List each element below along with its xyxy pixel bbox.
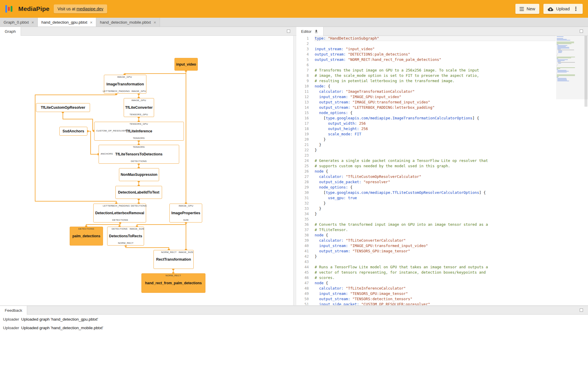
port-label: DETECTIONS: [112, 228, 128, 230]
visit-prefix: Visit us at: [58, 7, 76, 11]
code-line: # scores.: [315, 275, 556, 280]
port-label: LETTERBOX_PADDING: [103, 204, 130, 207]
scrollbar-thumb[interactable]: [584, 36, 587, 107]
port-label: CUSTOM_OP_RESOLVER: [96, 129, 126, 132]
editor-code[interactable]: type: "HandDetectionSubgraph"input_strea…: [315, 36, 556, 305]
tab-graph[interactable]: Graph: [0, 27, 21, 36]
node-title: input_video: [175, 62, 197, 66]
tab-feedback[interactable]: Feedback: [0, 306, 27, 315]
graph-node-TfLiteCustomOpResolver[interactable]: TfLiteCustomOpResolver: [36, 103, 90, 112]
line-number: 50: [296, 296, 315, 302]
code-line: # Transforms the input image on GPU to a…: [315, 68, 556, 73]
line-number: 2: [296, 41, 315, 46]
file-tab[interactable]: hand_detection_gpu.pbtxt×: [38, 18, 96, 27]
code-line: }: [315, 206, 556, 211]
tab-editor[interactable]: Editor: [296, 27, 324, 36]
minimap-line: [557, 56, 583, 56]
line-number: 22: [296, 147, 315, 153]
minimap-line: [557, 80, 567, 80]
pane-divider[interactable]: [294, 36, 296, 305]
code-editor[interactable]: 1234567891011121314151617181920212223242…: [296, 36, 588, 305]
code-line: # Runs a TensorFlow Lite model on GPU th…: [315, 264, 556, 270]
upload-menu-kebab-icon[interactable]: ⋮: [573, 6, 579, 12]
download-icon[interactable]: [314, 29, 318, 34]
code-line: node_options: {: [315, 185, 556, 190]
file-tab[interactable]: hand_detection_mobile.pbtxt×: [96, 18, 160, 27]
graph-node-NonMaxSuppression[interactable]: NonMaxSuppression: [119, 168, 159, 181]
minimap-line: [557, 57, 575, 57]
line-number: 34: [296, 211, 315, 217]
node-title: hand_rect_from_palm_detections: [144, 281, 202, 285]
port-label: IMAGE_SIZE: [130, 228, 144, 230]
port-label: IMAGE_GPU: [131, 99, 146, 102]
line-number: 31: [296, 195, 315, 201]
minimap-line: [557, 77, 558, 78]
expand-graph-pane-icon[interactable]: [287, 30, 290, 33]
editor-minimap[interactable]: [557, 36, 583, 82]
new-button[interactable]: New: [515, 4, 539, 14]
code-line: type: "HandDetectionSubgraph": [315, 36, 556, 41]
minimap-line: [557, 38, 563, 39]
editor-line-numbers: 1234567891011121314151617181920212223242…: [296, 36, 315, 305]
line-number: 35: [296, 217, 315, 222]
graph-node-input_video[interactable]: input_video: [174, 58, 198, 71]
line-number: 15: [296, 110, 315, 116]
feedback-panel: Feedback UploaderUploaded graph 'hand_de…: [0, 306, 588, 367]
graph-node-DetectionLabelIdToText[interactable]: DetectionLabelIdToText: [115, 186, 162, 199]
code-line: [315, 217, 556, 222]
file-tab-label: Graph_0.pbtxt: [4, 20, 29, 25]
line-number: 46: [296, 275, 315, 280]
graph-canvas[interactable]: input_videoImageTransformationIMAGE_GPUL…: [0, 36, 294, 305]
graph-node-SsdAnchors[interactable]: SsdAnchors: [59, 127, 87, 136]
line-number: 13: [296, 100, 315, 105]
port-label: TENSORS_GPU: [130, 123, 148, 125]
expand-editor-pane-icon[interactable]: [580, 30, 583, 33]
code-line: input_stream: "TENSORS_GPU:image_tensor": [315, 291, 556, 296]
code-line: # TfLiteTensor.: [315, 227, 556, 233]
port-label: IMAGE_GPU: [117, 76, 132, 78]
code-line: calculator: "TfLiteInferenceCalculator": [315, 286, 556, 291]
line-number: 37: [296, 227, 315, 233]
code-line: [type.googleapis.com/mediapipe.ImageTran…: [315, 116, 556, 121]
minimap-line: [557, 47, 569, 48]
port-label: TENSORS: [133, 137, 145, 139]
tab-close-icon[interactable]: ×: [153, 20, 156, 25]
feedback-row: UploaderUploaded graph 'hand_detection_g…: [0, 315, 588, 324]
line-number: 16: [296, 116, 315, 121]
minimap-line: [557, 79, 567, 79]
expand-feedback-pane-icon[interactable]: [580, 308, 583, 312]
port-label: NORM_RECT: [166, 274, 181, 277]
port-label: NORM_RECT: [118, 242, 133, 244]
minimap-line: [557, 65, 558, 65]
minimap-line: [557, 76, 559, 77]
minimap-line: [557, 70, 566, 71]
code-line: node {: [315, 233, 556, 238]
editor-scrollbar[interactable]: [584, 36, 588, 305]
upload-button[interactable]: Upload ⋮: [543, 4, 583, 14]
mediapipe-dev-link[interactable]: mediapipe.dev: [76, 7, 103, 11]
code-line: output_stream: "TENSORS_GPU:image_tensor…: [315, 249, 556, 254]
port-label: DETECTIONS: [112, 219, 128, 221]
visit-us-button[interactable]: Visit us at mediapipe.dev: [54, 4, 107, 13]
tab-close-icon[interactable]: ×: [32, 20, 34, 25]
minimap-line: [557, 44, 558, 45]
feedback-source: Uploader: [3, 317, 21, 321]
minimap-line: [558, 53, 558, 54]
line-number: 4: [296, 52, 315, 57]
tab-close-icon[interactable]: ×: [90, 20, 93, 25]
code-line: output_width: 256: [315, 121, 556, 126]
line-number: 43: [296, 259, 315, 264]
code-line: output_height: 256: [315, 126, 556, 131]
file-tab[interactable]: Graph_0.pbtxt×: [0, 18, 38, 27]
upload-button-label: Upload: [556, 7, 570, 11]
code-line: [315, 62, 556, 68]
editor-tab-label: Editor: [301, 29, 311, 34]
code-line: }: [315, 147, 556, 153]
line-number: 19: [296, 131, 315, 137]
minimap-line: [557, 39, 567, 40]
port-label: DETECTIONS: [78, 228, 94, 230]
line-number: 38: [296, 233, 315, 238]
line-number: 45: [296, 270, 315, 275]
minimap-line: [557, 81, 569, 81]
feedback-message: Uploaded graph 'hand_detection_gpu.pbtxt…: [21, 317, 98, 321]
